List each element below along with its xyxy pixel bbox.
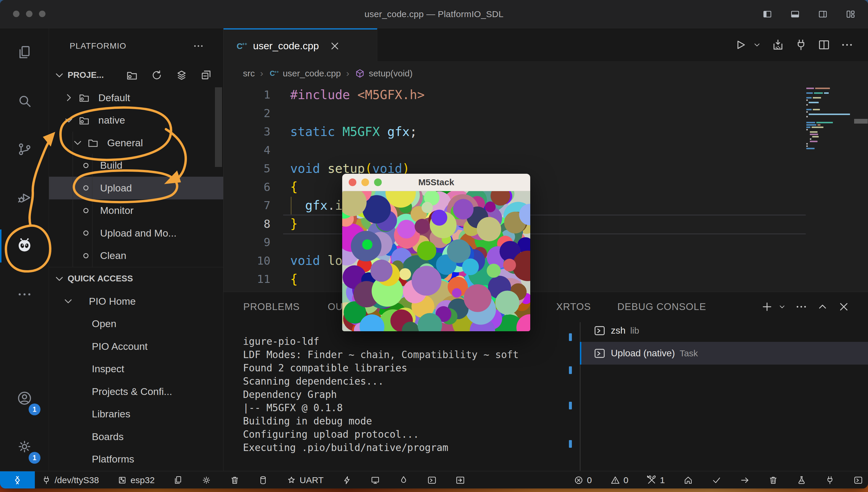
m5-close-button[interactable] [349, 178, 356, 186]
quickaccess-item-platforms[interactable]: Platforms [49, 448, 223, 471]
monitor-circle-icon [80, 205, 92, 217]
statusbar-pio-clean[interactable] [768, 475, 778, 485]
toggle-secondary-sidebar-icon[interactable] [817, 9, 828, 19]
statusbar-errors[interactable]: 0 [573, 475, 592, 485]
more-actions-icon[interactable] [840, 38, 854, 52]
statusbar-pio-new-terminal[interactable] [853, 475, 863, 485]
quickaccess-item-open[interactable]: Open [49, 313, 223, 335]
statusbar-pio-home[interactable] [683, 475, 693, 485]
m5-minimize-button[interactable] [361, 178, 369, 186]
native-folder-env-icon [78, 115, 90, 126]
statusbar-device-monitor[interactable] [370, 475, 380, 485]
terminal-output[interactable]: igure-pio-ldf LDF Modes: Finder ~ chain,… [243, 335, 519, 454]
panel-tab-problems[interactable]: PROBLEMS [243, 292, 300, 321]
statusbar-storage[interactable] [258, 475, 268, 485]
new-terminal-icon[interactable] [760, 300, 774, 313]
m5stack-window[interactable]: M5Stack [342, 173, 531, 331]
title-bar: user_code.cpp — PlatformIO_SDL [0, 0, 868, 28]
statusbar-uart-mode[interactable]: UART [286, 475, 324, 485]
action-refresh-icon[interactable] [150, 69, 163, 81]
m5-zoom-button[interactable] [374, 178, 382, 186]
toggle-primary-sidebar-icon[interactable] [762, 9, 773, 19]
editor-scrollbar-thumb[interactable] [854, 119, 868, 124]
code-editor[interactable]: 1#include <M5GFX.h>23static M5GFX gfx;45… [224, 85, 868, 292]
breadcrumb-setup-void[interactable]: setup(void) [355, 68, 413, 79]
pio-install-icon[interactable] [771, 38, 785, 52]
minimap-line [806, 122, 815, 123]
statusbar-clean[interactable] [230, 475, 240, 485]
terminal-list-item-upload-native[interactable]: Upload (native)Task [580, 342, 868, 365]
statusbar-pio-build[interactable] [711, 475, 722, 485]
maximize-panel-icon[interactable] [816, 300, 829, 313]
panel-actions [760, 292, 850, 321]
activitybar-item-accounts[interactable]: 1 [0, 374, 49, 422]
statusbar-quick-flash[interactable] [342, 475, 352, 485]
tree-item-label: Upload and Mo... [100, 227, 177, 239]
action-collapse-all-icon[interactable] [200, 69, 213, 81]
tree-item-upload[interactable]: Upload [49, 177, 223, 199]
views-and-more-icon[interactable] [795, 300, 808, 313]
run-options-icon[interactable] [752, 40, 762, 50]
activitybar-item-source-control[interactable] [0, 125, 49, 173]
statusbar-pio-serial-monitor[interactable] [825, 475, 835, 485]
statusbar-pio-upload[interactable] [740, 475, 750, 485]
terminal-command-decoration[interactable] [569, 333, 572, 341]
quickaccess-item-inspect[interactable]: Inspect [49, 358, 223, 380]
activitybar-item-run-and-debug[interactable] [0, 173, 49, 222]
quickaccess-item-libraries[interactable]: Libraries [49, 403, 223, 426]
activitybar-item-platformio[interactable] [0, 222, 49, 270]
statusbar-board[interactable]: esp32 [117, 475, 155, 485]
sidebar-more-actions-icon[interactable] [192, 40, 204, 52]
minimap[interactable] [806, 86, 853, 183]
statusbar-pio-test[interactable] [797, 475, 806, 485]
breadcrumb-src[interactable]: src [243, 69, 255, 78]
statusbar-running-tasks[interactable]: 1 [647, 475, 665, 485]
toggle-panel-icon[interactable] [790, 9, 801, 19]
terminal-command-decoration[interactable] [569, 402, 572, 410]
serial-monitor-icon[interactable] [794, 38, 808, 52]
sidebar-scrollbar[interactable] [215, 87, 222, 167]
statusbar-deploy[interactable] [455, 475, 465, 485]
quickaccess-item-projects-confi[interactable]: Projects & Confi... [49, 380, 223, 403]
action-layers-icon[interactable] [175, 69, 188, 81]
section-quick-access[interactable]: QUICK ACCESS [49, 267, 223, 290]
terminal-command-decoration[interactable] [569, 366, 572, 374]
tab-user-code-cpp[interactable]: C++ user_code.cpp [224, 28, 377, 62]
default-folder-env-icon [78, 92, 90, 103]
statusbar-warnings[interactable]: 0 [610, 475, 629, 485]
terminal-command-decoration[interactable] [569, 440, 572, 448]
statusbar-new-terminal[interactable] [427, 475, 437, 485]
statusbar-project-environment[interactable] [173, 475, 183, 485]
m5stack-title-bar[interactable]: M5Stack [342, 174, 530, 191]
terminal-launch-options-icon[interactable] [778, 302, 787, 311]
panel-tab-xrtos[interactable]: XRTOS [556, 292, 591, 321]
quickaccess-item-boards[interactable]: Boards [49, 425, 223, 448]
statusbar-serial-port[interactable]: /dev/ttyS38 [41, 475, 99, 485]
tree-item-upload-and-mo[interactable]: Upload and Mo... [49, 222, 223, 245]
tree-item-general[interactable]: General [49, 131, 223, 154]
activitybar-item-explorer[interactable] [0, 28, 49, 77]
remote-indicator[interactable] [0, 471, 35, 489]
close-panel-icon[interactable] [837, 300, 850, 313]
tree-item-build[interactable]: Build [49, 154, 223, 177]
split-editor-icon[interactable] [817, 38, 831, 52]
run-icon[interactable] [734, 38, 748, 52]
statusbar-burn[interactable] [399, 475, 408, 485]
breadcrumb-user-code-cpp[interactable]: C++user_code.cpp [269, 68, 341, 79]
panel-tab-debug-console[interactable]: DEBUG CONSOLE [617, 292, 706, 321]
tree-item-default[interactable]: Default [49, 87, 223, 109]
close-tab-icon[interactable] [329, 40, 341, 52]
tree-item-monitor[interactable]: Monitor [49, 199, 223, 222]
section-project-tasks[interactable]: PROJE... [49, 64, 223, 87]
quickaccess-item-pio-account[interactable]: PIO Account [49, 335, 223, 358]
activitybar-item-additional-views[interactable] [0, 270, 49, 319]
customize-layout-icon[interactable] [845, 9, 856, 19]
action-folder-env-icon[interactable] [126, 69, 138, 81]
quickaccess-item-pio-home[interactable]: PIO Home [49, 290, 223, 313]
tree-item-native[interactable]: native [49, 109, 223, 132]
activitybar-item-manage[interactable]: 1 [0, 422, 49, 471]
tree-item-clean[interactable]: Clean [49, 245, 223, 267]
activitybar-item-search[interactable] [0, 77, 49, 125]
statusbar-project-configuration[interactable] [201, 475, 211, 485]
terminal-list-item-zsh[interactable]: zshlib [580, 319, 868, 342]
